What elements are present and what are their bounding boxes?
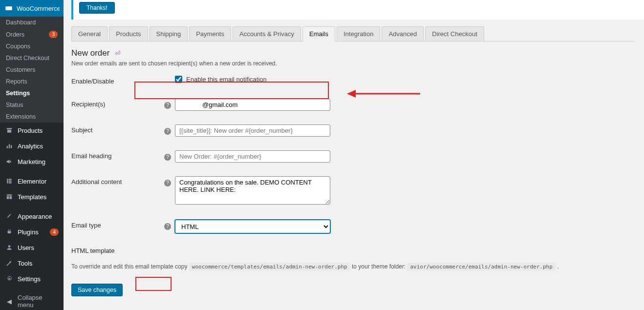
page-title-text: New order	[71, 48, 109, 58]
sidebar-woocommerce-label: WooCommerce	[17, 5, 61, 12]
back-icon[interactable]: ⏎	[115, 49, 121, 57]
svg-rect-7	[7, 179, 8, 183]
collapse-menu[interactable]: ◀ Collapse menu	[0, 290, 64, 310]
annotation-highlight-save	[135, 277, 172, 291]
help-icon[interactable]: ?	[164, 154, 171, 161]
recipients-input[interactable]	[175, 99, 330, 111]
row-additional: Additional content ? Congratulations on …	[71, 176, 644, 206]
additional-textarea[interactable]: Congratulations on the sale. DEMO CONTEN…	[175, 176, 330, 205]
annotation-arrow	[347, 88, 420, 101]
svg-rect-3	[7, 146, 8, 148]
svg-rect-2	[7, 130, 11, 133]
page-description: New order emails are sent to chosen reci…	[71, 60, 644, 67]
collapse-label: Collapse menu	[18, 294, 59, 309]
svg-rect-14	[8, 229, 9, 231]
template-text-c: .	[557, 263, 558, 270]
row-heading: Email heading ?	[71, 150, 644, 163]
page-title: New order ⏎	[71, 48, 644, 58]
template-text-b: to your theme folder:	[352, 263, 407, 270]
svg-rect-16	[8, 231, 11, 233]
svg-rect-8	[9, 179, 12, 180]
sidebar-item-templates[interactable]: Templates	[0, 189, 64, 205]
sidebar-item-settings[interactable]: Settings	[0, 271, 64, 287]
sidebar-item-users[interactable]: Users	[0, 240, 64, 255]
sidebar-sub-settings[interactable]: Settings	[0, 87, 64, 99]
template-path-source: woocommerce/templates/emails/admin-new-o…	[189, 263, 350, 271]
template-path-dest: avior/woocommerce/emails/admin-new-order…	[407, 263, 555, 271]
tab-direct-checkout[interactable]: Direct Checkout	[425, 26, 484, 41]
archive-icon	[5, 126, 14, 135]
svg-rect-12	[7, 196, 9, 199]
templates-icon	[5, 192, 14, 201]
tab-shipping[interactable]: Shipping	[150, 26, 188, 41]
enable-checkbox[interactable]	[175, 76, 182, 83]
svg-rect-5	[11, 145, 12, 148]
sidebar-item-analytics[interactable]: Analytics	[0, 138, 64, 154]
admin-notice: Thanks!	[71, 0, 644, 20]
collapse-icon: ◀	[5, 297, 14, 306]
recipients-label: Recipient(s)	[71, 99, 164, 108]
svg-rect-9	[9, 181, 12, 182]
help-icon[interactable]: ?	[164, 180, 171, 186]
row-enable: Enable/Disable Enable this email notific…	[71, 76, 644, 85]
svg-marker-20	[347, 90, 356, 98]
sidebar-woocommerce[interactable]: WooCommerce	[0, 0, 64, 17]
subject-input[interactable]	[175, 124, 330, 137]
tab-integration[interactable]: Integration	[337, 26, 380, 41]
sidebar-sub-customers[interactable]: Customers	[0, 64, 64, 76]
svg-point-17	[8, 245, 11, 248]
wrench-icon	[5, 259, 14, 268]
user-icon	[5, 243, 14, 252]
tab-emails[interactable]: Emails	[302, 26, 335, 41]
sidebar-item-elementor[interactable]: Elementor	[0, 173, 64, 189]
sidebar-item-marketing[interactable]: Marketing	[0, 154, 64, 169]
notice-dismiss-button[interactable]: Thanks!	[79, 2, 115, 14]
sidebar-sub-coupons[interactable]: Coupons	[0, 41, 64, 52]
sidebar-item-tools[interactable]: Tools	[0, 255, 64, 271]
additional-label: Additional content	[71, 176, 164, 186]
plug-icon	[5, 227, 14, 236]
type-label: Email type	[71, 220, 164, 229]
svg-rect-1	[7, 128, 12, 129]
admin-sidebar: WooCommerce DashboardOrders3CouponsDirec…	[0, 0, 64, 310]
sidebar-item-appearance[interactable]: Appearance	[0, 208, 64, 224]
row-email-type: Email type ? HTML	[71, 220, 644, 233]
sidebar-sub-reports[interactable]: Reports	[0, 76, 64, 87]
row-subject: Subject ?	[71, 124, 644, 137]
sidebar-item-products[interactable]: Products	[0, 123, 64, 138]
help-icon[interactable]: ?	[164, 128, 171, 135]
tab-accounts-privacy[interactable]: Accounts & Privacy	[233, 26, 301, 41]
template-override-line: To override and edit this email template…	[71, 263, 644, 270]
sidebar-item-plugins[interactable]: Plugins4	[0, 224, 64, 240]
elementor-icon	[5, 177, 14, 186]
heading-label: Email heading	[71, 150, 164, 160]
svg-rect-10	[9, 182, 12, 183]
svg-rect-0	[5, 6, 12, 10]
svg-rect-13	[10, 196, 12, 199]
woo-icon	[5, 4, 13, 13]
sidebar-sub-status[interactable]: Status	[0, 99, 64, 111]
tab-products[interactable]: Products	[109, 26, 148, 41]
svg-rect-6	[10, 161, 11, 163]
svg-rect-11	[7, 194, 12, 195]
help-icon[interactable]: ?	[164, 102, 171, 109]
sidebar-sub-extensions[interactable]: Extensions	[0, 111, 64, 123]
tab-payments[interactable]: Payments	[189, 26, 231, 41]
main-content: Thanks! GeneralProductsShippingPaymentsA…	[64, 0, 644, 310]
tab-general[interactable]: General	[71, 26, 107, 41]
sidebar-sub-orders[interactable]: Orders3	[0, 28, 64, 41]
enable-checkbox-label: Enable this email notification	[186, 76, 267, 83]
type-select[interactable]: HTML	[175, 220, 330, 233]
gear-icon	[5, 274, 14, 283]
sidebar-sub-direct-checkout[interactable]: Direct Checkout	[0, 52, 64, 64]
heading-input[interactable]	[175, 150, 330, 163]
settings-tabs: GeneralProductsShippingPaymentsAccounts …	[71, 26, 634, 41]
badge: 4	[50, 228, 59, 236]
svg-point-18	[8, 278, 10, 280]
brush-icon	[5, 212, 14, 221]
sidebar-sub-dashboard[interactable]: Dashboard	[0, 17, 64, 28]
template-heading: HTML template	[71, 247, 644, 254]
tab-advanced[interactable]: Advanced	[382, 26, 424, 41]
help-icon[interactable]: ?	[164, 223, 171, 230]
save-changes-button[interactable]: Save changes	[71, 284, 123, 296]
